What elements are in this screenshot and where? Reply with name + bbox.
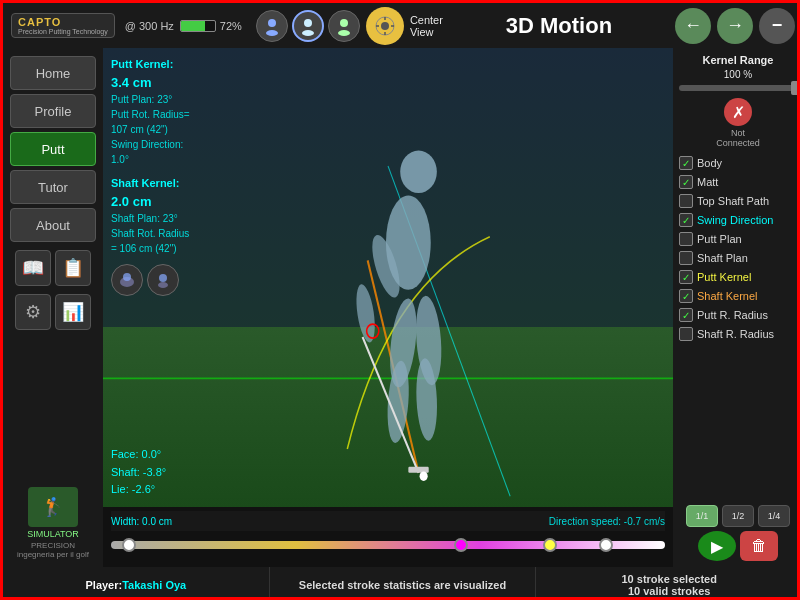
direction-speed-label: Direction speed: -0.7 cm/s bbox=[549, 516, 665, 527]
checkbox-matt-input[interactable] bbox=[679, 175, 693, 189]
lie-value: Lie: -2.6° bbox=[111, 481, 166, 499]
delete-button[interactable]: 🗑 bbox=[740, 531, 778, 561]
nav-about-button[interactable]: About bbox=[10, 208, 96, 242]
nav-right-button[interactable]: → bbox=[717, 8, 753, 44]
checkbox-body: Body bbox=[679, 155, 797, 171]
kernel-slider[interactable] bbox=[679, 85, 797, 91]
report-icon[interactable]: 📋 bbox=[55, 250, 91, 286]
icon-row-2: ⚙ 📊 bbox=[15, 294, 91, 330]
checkbox-shaft-kernel-label: Shaft Kernel bbox=[697, 290, 758, 302]
kernel-range-header: Kernel Range bbox=[679, 54, 797, 66]
not-connected-indicator: ✗ NotConnected bbox=[679, 98, 797, 148]
checkbox-shaft-plan: Shaft Plan bbox=[679, 250, 797, 266]
checkbox-body-input[interactable] bbox=[679, 156, 693, 170]
strokes-label: 10 stroke selected10 valid strokes bbox=[621, 573, 716, 597]
svg-point-0 bbox=[268, 19, 276, 27]
checkbox-body-label: Body bbox=[697, 157, 722, 169]
bottom-slider-thumb[interactable] bbox=[122, 538, 136, 552]
book-icon[interactable]: 📖 bbox=[15, 250, 51, 286]
gear-icon[interactable]: ⚙ bbox=[15, 294, 51, 330]
checkbox-shaft-r-radius-input[interactable] bbox=[679, 327, 693, 341]
swing-direction-val: 1.0° bbox=[111, 152, 190, 167]
page-title: 3D Motion bbox=[449, 13, 669, 39]
simulator-badge: 🏌 SIMULATOR PRECISIONingegneria per il g… bbox=[17, 487, 89, 559]
shaft-section: Shaft Kernel: 2.0 cm Shaft Plan: 23° Sha… bbox=[111, 175, 190, 256]
svg-point-4 bbox=[340, 19, 348, 27]
kernel-slider-thumb[interactable] bbox=[791, 81, 800, 95]
precision-logo: PRECISIONingegneria per il golf bbox=[17, 541, 89, 559]
checkbox-shaft-plan-input[interactable] bbox=[679, 251, 693, 265]
status-strokes: 10 stroke selected10 valid strokes bbox=[536, 567, 800, 600]
checkbox-putt-kernel-input[interactable] bbox=[679, 270, 693, 284]
simulator-icon: 🏌 bbox=[28, 487, 78, 527]
bottom-slider-row bbox=[111, 531, 665, 559]
putt-rot-radius-val: 107 cm (42") bbox=[111, 122, 190, 137]
svg-point-14 bbox=[159, 274, 167, 282]
simulator-label: SIMULATOR bbox=[17, 529, 89, 539]
battery-bar bbox=[180, 20, 216, 32]
putt-kernel-label: Putt Kernel: bbox=[111, 56, 190, 73]
nav-left-button[interactable]: ← bbox=[675, 8, 711, 44]
svg-point-2 bbox=[304, 19, 312, 27]
logo-area: CAPTO Precision Putting Technology bbox=[11, 13, 115, 38]
checkbox-shaft-kernel: Shaft Kernel bbox=[679, 288, 797, 304]
chart-icon[interactable]: 📊 bbox=[55, 294, 91, 330]
face-value: Face: 0.0° bbox=[111, 446, 166, 464]
nav-minus-button[interactable]: − bbox=[759, 8, 795, 44]
not-connected-label: NotConnected bbox=[716, 128, 760, 148]
bottom-slider-track[interactable] bbox=[111, 541, 665, 549]
checkbox-putt-plan-label: Putt Plan bbox=[697, 233, 742, 245]
width-dir-bar: Width: 0.0 cm Direction speed: -0.7 cm/s bbox=[111, 511, 665, 531]
top-bar: CAPTO Precision Putting Technology @ 300… bbox=[3, 3, 800, 48]
view-icon-3[interactable] bbox=[328, 10, 360, 42]
svg-point-7 bbox=[381, 22, 389, 30]
putt-rot-radius: Putt Rot. Radius= bbox=[111, 107, 190, 122]
nav-home-button[interactable]: Home bbox=[10, 56, 96, 90]
putt-kernel-value: 3.4 cm bbox=[111, 73, 190, 93]
play-button[interactable]: ▶ bbox=[698, 531, 736, 561]
slider-marker-white bbox=[599, 538, 613, 552]
checkbox-putt-kernel: Putt Kernel bbox=[679, 269, 797, 285]
checkbox-shaft-r-radius: Shaft R. Radius bbox=[679, 326, 797, 342]
nav-tutor-button[interactable]: Tutor bbox=[10, 170, 96, 204]
slider-marker-magenta bbox=[454, 538, 468, 552]
battery-pct: 72% bbox=[220, 20, 242, 32]
view-icon-2[interactable] bbox=[292, 10, 324, 42]
stroke-btn-1-1[interactable]: 1/1 bbox=[686, 505, 718, 527]
shaft-rot-radius-val: = 106 cm (42") bbox=[111, 241, 190, 256]
logo-sub: Precision Putting Technology bbox=[18, 28, 108, 35]
measurement-overlay: Putt Kernel: 3.4 cm Putt Plan: 23° Putt … bbox=[111, 56, 190, 296]
status-stats: Selected stroke statistics are visualize… bbox=[270, 567, 537, 600]
green-floor bbox=[103, 327, 673, 507]
play-delete-row: ▶ 🗑 bbox=[679, 531, 797, 561]
checkbox-swing-direction: Swing Direction bbox=[679, 212, 797, 228]
top-right-buttons: ← → − bbox=[675, 8, 795, 44]
svg-point-15 bbox=[158, 282, 168, 288]
checkbox-swing-direction-input[interactable] bbox=[679, 213, 693, 227]
left-sidebar: Home Profile Putt Tutor About 📖 📋 ⚙ 📊 🏌 … bbox=[3, 48, 103, 567]
center-view-button[interactable] bbox=[366, 7, 404, 45]
stroke-btn-1-4[interactable]: 1/4 bbox=[758, 505, 790, 527]
checkbox-putt-r-radius-input[interactable] bbox=[679, 308, 693, 322]
center-view-label: CenterView bbox=[410, 14, 443, 38]
nav-putt-button[interactable]: Putt bbox=[10, 132, 96, 166]
freq-badge: @ 300 Hz bbox=[125, 20, 174, 32]
player-name: Takashi Oya bbox=[122, 579, 186, 591]
view-icon-1[interactable] bbox=[256, 10, 288, 42]
checkbox-putt-plan-input[interactable] bbox=[679, 232, 693, 246]
orientation-icon-1[interactable] bbox=[111, 264, 143, 296]
battery-fill bbox=[181, 21, 205, 31]
checkbox-shaft-kernel-input[interactable] bbox=[679, 289, 693, 303]
view-icons-group bbox=[256, 10, 360, 42]
checkbox-shaft-r-radius-label: Shaft R. Radius bbox=[697, 328, 774, 340]
nav-profile-button[interactable]: Profile bbox=[10, 94, 96, 128]
checkbox-top-shaft-path-input[interactable] bbox=[679, 194, 693, 208]
checkbox-shaft-plan-label: Shaft Plan bbox=[697, 252, 748, 264]
orientation-icon-2[interactable] bbox=[147, 264, 179, 296]
slider-marker-yellow bbox=[543, 538, 557, 552]
shaft-value: Shaft: -3.8° bbox=[111, 464, 166, 482]
shaft-rot-radius: Shaft Rot. Radius bbox=[111, 226, 190, 241]
stroke-btn-1-2[interactable]: 1/2 bbox=[722, 505, 754, 527]
swing-direction: Swing Direction: bbox=[111, 137, 190, 152]
checkbox-putt-r-radius-label: Putt R. Radius bbox=[697, 309, 768, 321]
